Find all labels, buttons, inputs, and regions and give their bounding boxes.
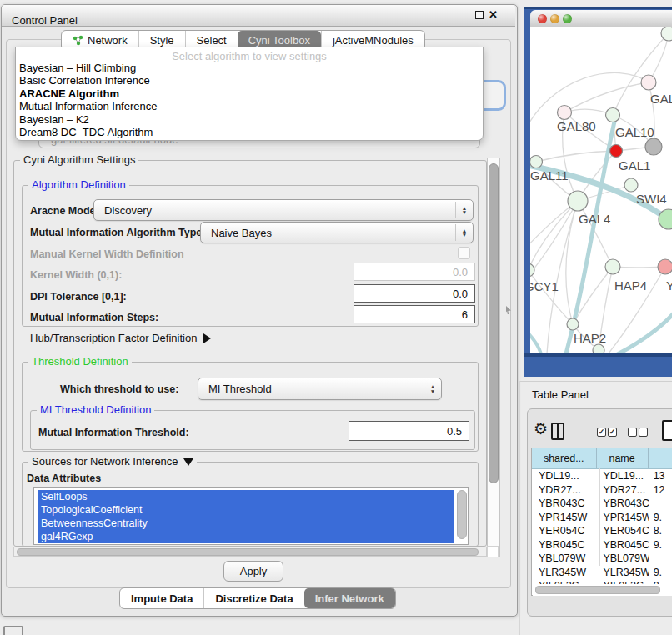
network-node-hap2[interactable] — [567, 318, 579, 330]
sources-group-title: Sources for Network Inference — [32, 456, 178, 468]
network-node-y[interactable] — [658, 259, 672, 274]
dropdown-item[interactable]: Basic Correlation Inference — [16, 74, 483, 87]
checked-checkbox-icon[interactable]: ✓ — [608, 428, 617, 437]
control-panel-titlebar[interactable]: Control Panel — [2, 5, 515, 27]
table-hscroll-thumb[interactable] — [535, 586, 660, 594]
table-column-header[interactable] — [649, 448, 672, 468]
network-node[interactable] — [661, 27, 672, 41]
panel-divider-vertical[interactable] — [519, 381, 520, 635]
algorithm-dropdown-popup: Select algorithm to view settings Bayesi… — [15, 47, 484, 141]
network-node[interactable] — [645, 138, 662, 155]
table-cell: 9. — [649, 567, 672, 578]
network-node-label: SWI4 — [636, 192, 667, 206]
network-edge[interactable] — [536, 151, 616, 162]
mi-steps-field[interactable] — [354, 305, 475, 323]
mi-algorithm-type-select[interactable]: Naive Bayes ▲▼ — [200, 222, 474, 243]
table-cell: 9. — [649, 539, 672, 551]
close-panel-icon[interactable]: ✕ — [489, 8, 498, 21]
split-columns-icon[interactable] — [551, 422, 564, 440]
network-node-gal4[interactable] — [568, 191, 588, 211]
kernel-width-field[interactable] — [354, 262, 475, 281]
network-node[interactable] — [593, 344, 604, 353]
manual-kernel-width-label: Manual Kernel Width Definition — [30, 248, 184, 260]
settings-vertical-scrollbar[interactable] — [487, 158, 500, 557]
minimized-panel-icon[interactable] — [3, 626, 23, 635]
unchecked-checkbox-icon[interactable] — [639, 428, 648, 437]
network-window-titlebar[interactable] — [530, 10, 672, 28]
network-edge-thick[interactable] — [530, 323, 542, 353]
control-panel-title: Control Panel — [12, 14, 78, 27]
column-separator — [599, 468, 600, 566]
network-node-gal11[interactable] — [530, 156, 543, 168]
table-hscroll-track[interactable] — [533, 584, 672, 596]
which-threshold-select[interactable]: MI Threshold ▲▼ — [198, 378, 442, 400]
bottom-tab-label: Infer Network — [315, 592, 384, 605]
unchecked-checkbox-icon[interactable] — [628, 428, 637, 437]
table-row[interactable]: YBR045CYBR045C9. — [532, 538, 672, 552]
table-cell: 13 — [649, 470, 672, 482]
attributes-list-scrollbar-thumb[interactable] — [457, 490, 467, 539]
table-row[interactable]: YLR345WYLR345W9. — [532, 566, 672, 580]
network-node-hap4[interactable] — [605, 259, 620, 274]
scrollbar-corner — [487, 546, 499, 558]
data-attributes-list[interactable]: SelfLoopsTopologicalCoefficientBetweenne… — [33, 487, 469, 545]
dropdown-item[interactable]: Bayesian – K2 — [16, 113, 483, 126]
attribute-list-item[interactable]: TopologicalCoefficient — [38, 503, 454, 517]
expander-down-arrow-icon — [183, 458, 193, 466]
close-traffic-light-icon[interactable] — [538, 14, 547, 23]
dpi-tolerance-field[interactable] — [354, 284, 475, 302]
hub-definition-expander[interactable]: Hub/Transcription Factor Definition — [30, 332, 211, 344]
table-cell: YDL19... — [596, 470, 648, 482]
table-row[interactable]: YPR145WYPR145W9. — [532, 511, 672, 525]
sources-expander[interactable]: Sources for Network Inference — [28, 456, 197, 468]
manual-kernel-width-checkbox[interactable] — [458, 247, 470, 259]
table-cell: YBR043C — [596, 498, 648, 509]
zoom-traffic-light-icon[interactable] — [563, 14, 572, 23]
mi-threshold-label: Mutual Information Threshold: — [38, 427, 189, 438]
combo-arrows-icon: ▲▼ — [455, 202, 473, 218]
table-rows: YDL19...YDL19...13YDR27...YDR27...12YBR0… — [532, 469, 672, 587]
network-node-swi4[interactable] — [624, 178, 638, 192]
dropdown-item[interactable]: Bayesian – Hill Climbing — [16, 62, 483, 74]
network-node-gcy1[interactable] — [530, 263, 534, 277]
table-column-header[interactable]: name — [597, 448, 649, 468]
table-row[interactable]: YDL19...YDL19...13 — [532, 469, 672, 483]
network-node-label: GAL11 — [530, 168, 569, 182]
checked-checkbox-icon[interactable]: ✓ — [597, 428, 606, 437]
float-panel-icon[interactable] — [475, 11, 484, 19]
network-node-gal10[interactable] — [606, 108, 620, 122]
network-node-label: GAL4 — [579, 212, 610, 226]
attribute-list-item[interactable]: SelfLoops — [38, 490, 454, 503]
network-edge[interactable] — [564, 82, 649, 112]
table-row[interactable]: YBR043CYBR043C — [532, 497, 672, 511]
dropdown-item[interactable]: Dream8 DC_TDC Algorithm — [16, 126, 483, 138]
settings-horizontal-scrollbar[interactable] — [13, 547, 487, 557]
bottom-tab-infer-network[interactable]: Infer Network — [304, 588, 395, 608]
settings-vertical-scrollbar-thumb[interactable] — [489, 163, 499, 483]
settings-horizontal-scrollbar-thumb[interactable] — [17, 548, 479, 556]
table-row[interactable]: YDR27...YDR27...12 — [532, 483, 672, 498]
table-column-header[interactable]: shared... — [532, 448, 597, 468]
table-row[interactable]: YER054CYER054C8. — [532, 524, 672, 538]
network-node-gal[interactable] — [641, 75, 656, 90]
network-edge[interactable] — [530, 201, 578, 282]
attribute-list-item[interactable]: BetweennessCentrality — [38, 517, 454, 530]
table-header-row: shared...name — [532, 448, 672, 469]
page-icon[interactable] — [662, 420, 672, 441]
mi-threshold-field[interactable] — [349, 421, 469, 441]
bottom-tab-discretize-data[interactable]: Discretize Data — [203, 588, 303, 608]
dropdown-item[interactable]: ARACNE Algorithm — [16, 88, 483, 100]
network-view-canvas[interactable]: GALGAL80GAL10GAL1GAL11SWI4GAL4GCY1HAP4YH… — [530, 27, 672, 353]
table-row[interactable]: YBL079WYBL079W — [532, 552, 672, 566]
attribute-list-item[interactable]: gal4RGexp — [38, 530, 454, 543]
gear-icon[interactable]: ⚙ — [534, 419, 548, 438]
dropdown-items: Bayesian – Hill ClimbingBasic Correlatio… — [16, 62, 483, 138]
network-edge-thick[interactable] — [613, 313, 672, 353]
aracne-mode-select[interactable]: Discovery ▲▼ — [93, 199, 474, 221]
network-node-gal1[interactable] — [610, 145, 623, 158]
network-node-gal80[interactable] — [558, 106, 572, 120]
dropdown-item[interactable]: Mutual Information Inference — [16, 100, 483, 112]
minimize-traffic-light-icon[interactable] — [550, 14, 559, 23]
bottom-tab-impute-data[interactable]: Impute Data — [120, 588, 203, 608]
apply-button[interactable]: Apply — [223, 561, 283, 582]
